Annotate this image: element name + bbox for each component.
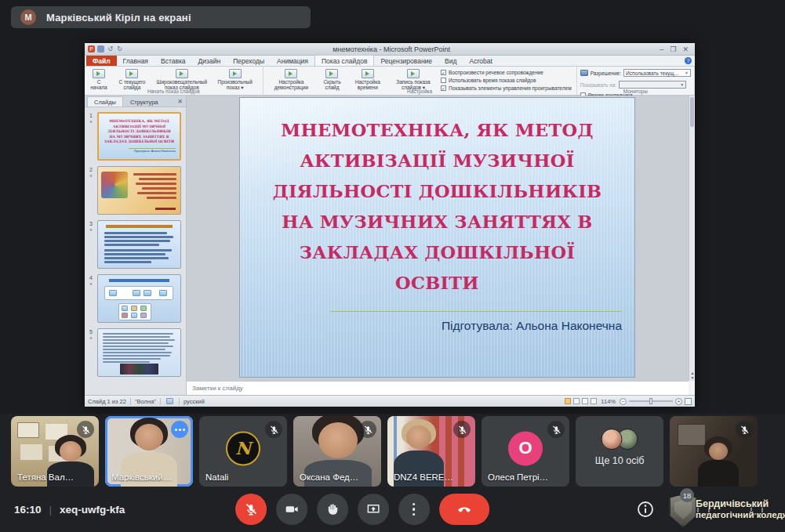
resolution-dropdown[interactable]: Использовать текущ... ▼ (623, 69, 691, 77)
save-icon[interactable] (97, 45, 104, 52)
setup-checkbox-0[interactable]: ✓Воспроизвести речевое сопровождение (441, 70, 572, 75)
tab-slides[interactable]: Слайды (87, 96, 123, 107)
ribbon-tabs: ФайлГлавнаяВставкаДизайнПереходыАнимация… (85, 56, 695, 67)
group-label-setup: Настройка (263, 89, 576, 94)
participant-tile-6[interactable]: Ще 10 осіб (576, 416, 663, 487)
ribbon-tab-1[interactable]: Главная (117, 56, 154, 66)
participant-name: Олеся Петрівна... (488, 472, 549, 482)
slide-thumbnail-5[interactable] (97, 328, 181, 377)
participant-name: Тетяна Валент... (17, 472, 78, 482)
ribbon-tab-7[interactable]: Рецензирование (374, 56, 438, 66)
screen-share-area: P ↺ ↻ мнемотехніка - Microsoft PowerPoin… (0, 0, 785, 414)
raise-hand-button[interactable] (317, 494, 348, 525)
participant-avatar: N (226, 431, 260, 465)
setup-checkbox-1[interactable]: Использовать время показа слайдов (441, 78, 572, 83)
participant-tile-0[interactable]: Тетяна Валент... (11, 416, 99, 487)
chevron-down-icon: ▼ (685, 71, 689, 75)
participant-name: Natali (205, 472, 267, 482)
participant-name: Оксана Федор... (300, 472, 361, 482)
overflow-count-label: Ще 10 осіб (576, 455, 663, 466)
participant-avatar: О (508, 431, 543, 465)
zoom-in-button[interactable]: + (675, 398, 682, 405)
normal-view-button[interactable] (565, 398, 571, 404)
thumb-image (101, 172, 128, 198)
participant-count-badge[interactable]: 18 (680, 488, 694, 502)
sorter-view-button[interactable] (573, 398, 580, 404)
ribbon-tab-8[interactable]: Вид (438, 56, 463, 66)
notes-pane[interactable]: Заметки к слайду (187, 381, 689, 395)
reading-view-button[interactable] (582, 398, 588, 404)
slide-thumbnail-1[interactable]: МНЕМОТЕХНІКА, ЯК МЕТОД АКТИВІЗАЦІЇ МУЗИЧ… (97, 112, 181, 161)
group-label-monitors: Мониторы (577, 89, 694, 94)
minimize-icon[interactable]: – (660, 45, 663, 53)
participant-tile-4[interactable]: DNZ4 BEREGY... (387, 416, 475, 487)
slide-title: МНЕМОТЕХНІКА, ЯК МЕТОД АКТИВІЗАЦІЇ МУЗИЧ… (259, 115, 616, 299)
mic-toggle-button[interactable] (235, 494, 267, 525)
participant-tile-3[interactable]: Оксана Федор... (293, 416, 381, 487)
language-indicator[interactable]: русский (184, 398, 205, 405)
zoom-level: 114% (601, 398, 616, 405)
slideshow-view-button[interactable] (591, 398, 597, 404)
watermark: Бердичівський педагогічний коледж (696, 499, 782, 519)
show-on-dropdown: ▼ (619, 81, 686, 89)
zoom-slider-thumb[interactable] (649, 398, 652, 404)
slide-thumbnail-4[interactable] (97, 274, 181, 323)
slide-number: 4 (89, 275, 93, 280)
slide-thumbnail-3[interactable] (97, 220, 181, 269)
more-options-icon (412, 503, 416, 516)
participants-strip: Тетяна Валент...Марківський К...NNataliО… (0, 416, 785, 487)
undo-icon[interactable]: ↺ (107, 45, 114, 52)
close-icon[interactable]: ✕ (682, 45, 689, 53)
ribbon-tab-0[interactable]: Файл (86, 56, 117, 66)
participant-name: Марківський К... (111, 472, 173, 482)
ribbon-tab-2[interactable]: Вставка (154, 56, 192, 66)
participant-tile-2[interactable]: NNatali (199, 416, 287, 487)
resolution-label: Разрешение: (591, 71, 621, 76)
current-slide[interactable]: МНЕМОТЕХНІКА, ЯК МЕТОД АКТИВІЗАЦІЇ МУЗИЧ… (239, 97, 635, 378)
ribbon-tab-9[interactable]: Acrobat (463, 56, 498, 66)
prev-next-slide-buttons[interactable]: ▲▼ (689, 371, 696, 380)
restore-icon[interactable]: ❐ (670, 45, 676, 53)
camera-toggle-button[interactable] (276, 494, 307, 525)
tab-outline[interactable]: Структура (124, 97, 165, 107)
transition-icon: ★ (89, 335, 93, 340)
end-call-button[interactable] (439, 494, 489, 525)
meet-stage: P ↺ ↻ мнемотехніка - Microsoft PowerPoin… (0, 0, 785, 532)
ribbon-tab-3[interactable]: Дизайн (192, 56, 227, 66)
participant-tile-7[interactable] (670, 416, 758, 487)
ppt-titlebar[interactable]: P ↺ ↻ мнемотехніка - Microsoft PowerPoin… (85, 43, 695, 56)
checkbox-label: Использовать время показа слайдов (449, 78, 536, 83)
ribbon-button-icon (93, 69, 105, 78)
meeting-details-button[interactable] (636, 500, 655, 519)
vertical-scrollbar[interactable]: ▲▼ (689, 96, 695, 381)
checkbox-icon[interactable] (441, 78, 446, 83)
tile-options-button[interactable] (171, 421, 188, 438)
thumb-signature (155, 208, 176, 210)
participant-tile-5[interactable]: ООлеся Петрівна... (482, 416, 569, 487)
checkbox-label: Воспроизвести речевое сопровождение (449, 70, 543, 75)
window-title: мнемотехніка - Microsoft PowerPoint (123, 45, 660, 53)
slide-subtitle: Підготувала: Альона Наконечна (330, 311, 622, 333)
mic-muted-icon (77, 421, 94, 438)
zoom-slider[interactable] (629, 400, 673, 402)
slide-thumbnails: 1★ МНЕМОТЕХНІКА, ЯК МЕТОД АКТИВІЗАЦІЇ МУ… (85, 109, 186, 395)
scrollbar-thumb[interactable] (690, 97, 694, 127)
spellcheck-icon[interactable] (166, 398, 173, 404)
zoom-out-button[interactable]: − (620, 398, 627, 405)
redo-icon[interactable]: ↻ (116, 45, 123, 52)
ribbon-tab-6[interactable]: Показ слайдов (314, 55, 375, 66)
help-icon[interactable]: ? (685, 57, 692, 64)
ribbon-tab-4[interactable]: Переходы (227, 56, 271, 66)
present-button[interactable] (358, 494, 389, 525)
panel-close-icon[interactable]: ✕ (177, 98, 186, 107)
ribbon-tab-5[interactable]: Анимация (271, 56, 314, 66)
bottom-bar: 16:10 | xeq-uwfg-kfa 18 Бердичівський пе… (0, 487, 785, 532)
ribbon-button-icon (125, 69, 138, 78)
slide-thumbnail-2[interactable] (97, 166, 181, 215)
participant-tile-1[interactable]: Марківський К... (105, 416, 193, 487)
fit-to-window-button[interactable] (685, 398, 692, 405)
checkbox-icon[interactable]: ✓ (441, 70, 446, 75)
slide-indicator: Слайд 1 из 22 (88, 398, 126, 405)
more-options-button[interactable] (398, 494, 430, 525)
slide-number: 5 (89, 329, 93, 335)
